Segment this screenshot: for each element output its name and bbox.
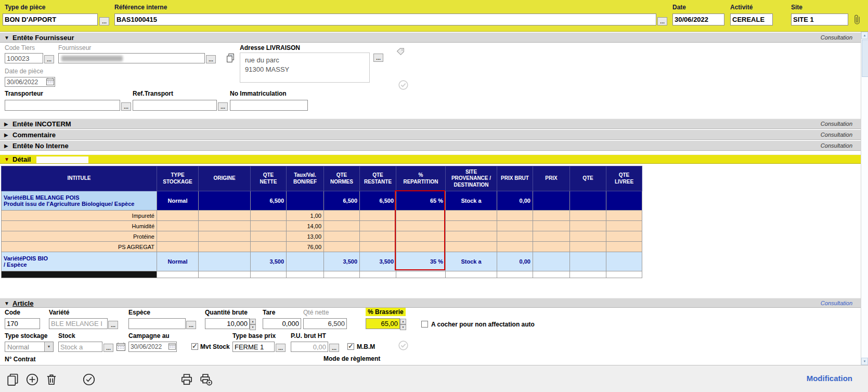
detail-column-header[interactable]: SITE PROVENANCE / DESTINATION (446, 166, 497, 191)
detail-cell[interactable] (570, 242, 606, 252)
section-commentaire-header[interactable]: ▶ Commentaire Consultation (0, 129, 861, 140)
calendar-icon[interactable] (46, 78, 54, 87)
detail-cell[interactable]: 0,00 (497, 191, 533, 211)
section-fournisseur-header[interactable]: ▼ Entête Fournisseur Consultation (0, 32, 861, 43)
detail-cell[interactable]: 0,00 (497, 252, 533, 271)
detail-cell[interactable] (497, 221, 533, 231)
detail-cell[interactable] (396, 211, 446, 221)
quantite-brute-input[interactable] (205, 318, 250, 329)
detail-cell[interactable]: Protéine (2, 231, 157, 242)
detail-column-header[interactable]: QTE RESTANTE (360, 166, 396, 191)
detail-cell[interactable] (157, 271, 199, 278)
detail-cell[interactable] (446, 211, 497, 221)
tare-input[interactable] (263, 318, 301, 329)
detail-cell[interactable] (396, 221, 446, 231)
detail-cell[interactable] (199, 271, 251, 278)
detail-cell[interactable] (446, 242, 497, 252)
detail-column-header[interactable]: Taux/Val. BON/REF (287, 166, 324, 191)
detail-cell[interactable]: 6,500 (360, 191, 396, 211)
detail-cell[interactable]: 65 % (396, 191, 446, 211)
detail-cell[interactable]: Stock a (446, 252, 497, 271)
detail-cell[interactable]: Humidité (2, 221, 157, 231)
detail-cell[interactable] (396, 242, 446, 252)
scroll-down-icon[interactable]: ▼ (861, 358, 868, 365)
detail-cell[interactable]: 35 % (396, 252, 446, 271)
adresse-livraison-text[interactable]: rue du parc 91300 MASSY (240, 53, 370, 83)
detail-column-header[interactable]: PRIX (533, 166, 570, 191)
stock-calendar-icon[interactable] (116, 343, 125, 353)
detail-table-row[interactable]: PS AGREGAT76,00 (2, 242, 642, 252)
print-run-icon[interactable] (199, 373, 213, 388)
reference-input[interactable] (114, 14, 656, 25)
detail-cell[interactable]: 6,500 (324, 191, 360, 211)
detail-table-row[interactable]: VariétéPOIS BIO / EspèceNormal3,5003,500… (2, 252, 642, 271)
detail-cell[interactable] (570, 231, 606, 242)
print-icon[interactable] (180, 373, 193, 388)
detail-cell[interactable]: PS AGREGAT (2, 242, 157, 252)
detail-cell[interactable] (157, 211, 199, 221)
detail-table-row[interactable]: Impureté1,00 (2, 211, 642, 221)
detail-column-header[interactable]: ORIGINE (199, 166, 251, 191)
detail-cell[interactable] (324, 231, 360, 242)
detail-cell[interactable]: Normal (157, 252, 199, 271)
espece-lookup-button[interactable]: ... (186, 321, 196, 329)
section-no-interne-header[interactable]: ▶ Entête No Interne Consultation (0, 140, 861, 151)
detail-cell[interactable] (606, 221, 642, 231)
transporteur-lookup-button[interactable]: ... (121, 102, 131, 111)
section-incoterm-header[interactable]: ▶ Entête INCOTERM Consultation (0, 119, 861, 129)
detail-cell[interactable] (251, 271, 287, 278)
detail-cell[interactable] (199, 221, 251, 231)
detail-table-row[interactable]: Humidité14,00 (2, 221, 642, 231)
detail-cell[interactable] (199, 191, 251, 211)
detail-cell[interactable] (533, 242, 570, 252)
detail-cell[interactable]: 14,00 (287, 221, 324, 231)
detail-cell[interactable]: Impureté (2, 211, 157, 221)
detail-column-header[interactable]: QTE NORMES (324, 166, 360, 191)
quantite-brute-stepper[interactable]: ▲▼ (250, 319, 256, 329)
add-icon[interactable] (25, 373, 39, 388)
detail-cell[interactable] (533, 221, 570, 231)
type-piece-input[interactable] (3, 14, 98, 25)
stock-input[interactable] (58, 342, 102, 352)
detail-column-header[interactable]: PRIX BRUT (497, 166, 533, 191)
transporteur-input[interactable] (5, 100, 120, 111)
stepper-down-icon[interactable]: ▼ (250, 324, 256, 330)
detail-cell[interactable] (199, 231, 251, 242)
detail-cell[interactable] (606, 271, 642, 278)
detail-cell[interactable] (251, 221, 287, 231)
detail-cell[interactable] (157, 221, 199, 231)
detail-cell[interactable] (497, 271, 533, 278)
detail-cell[interactable] (497, 211, 533, 221)
detail-cell[interactable] (287, 271, 324, 278)
site-input[interactable] (791, 14, 848, 25)
ref-transport-input[interactable] (133, 100, 217, 111)
new-document-icon[interactable] (6, 373, 20, 388)
fournisseur-lookup-button[interactable]: ... (206, 55, 216, 63)
detail-cell[interactable] (199, 211, 251, 221)
delete-icon[interactable] (45, 373, 58, 388)
detail-cell[interactable] (157, 242, 199, 252)
detail-cell[interactable]: 6,500 (251, 191, 287, 211)
vertical-scrollbar[interactable]: ▲ ▼ (861, 32, 868, 365)
detail-cell[interactable] (533, 271, 570, 278)
detail-cell[interactable] (396, 271, 446, 278)
campagne-calendar-icon[interactable] (169, 343, 176, 352)
variete-input[interactable] (49, 318, 108, 329)
detail-cell[interactable] (251, 231, 287, 242)
non-affectation-checkbox[interactable] (421, 321, 428, 328)
detail-cell[interactable] (533, 252, 570, 271)
detail-column-header[interactable]: QTE NETTE (251, 166, 287, 191)
chevron-down-icon[interactable]: ▼ (44, 342, 53, 351)
detail-cell[interactable] (324, 221, 360, 231)
detail-cell[interactable] (533, 231, 570, 242)
type-piece-lookup-button[interactable]: ... (99, 17, 109, 25)
detail-cell[interactable] (157, 231, 199, 242)
detail-cell[interactable] (446, 221, 497, 231)
detail-cell[interactable] (497, 242, 533, 252)
tag-icon[interactable] (396, 48, 405, 58)
detail-cell[interactable] (497, 231, 533, 242)
detail-cell[interactable] (570, 211, 606, 221)
detail-cell[interactable] (287, 191, 324, 211)
detail-cell[interactable]: 76,00 (287, 242, 324, 252)
detail-cell[interactable] (324, 211, 360, 221)
